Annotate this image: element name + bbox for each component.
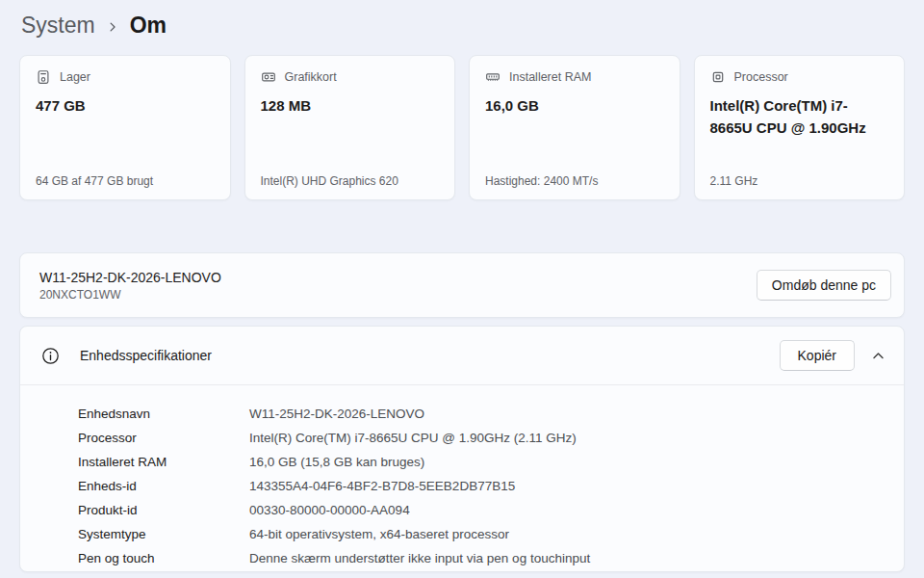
device-specifications-expander[interactable]: Enhedsspecifikationer Kopiér bbox=[20, 327, 904, 385]
spec-card: Lager 477 GB 64 GB af 477 GB brugt bbox=[19, 55, 231, 200]
breadcrumb-system[interactable]: System bbox=[21, 13, 95, 39]
info-icon bbox=[41, 347, 60, 365]
spec-card-label: Lager bbox=[60, 70, 90, 84]
settings-about-page: System Om Lager 477 GB 64 GB af 477 GB b… bbox=[0, 0, 924, 42]
spec-row-value: 64-bit operativsystem, x64-baseret proce… bbox=[249, 522, 509, 546]
spec-row-label: Enheds-id bbox=[78, 474, 249, 498]
device-model: 20NXCTO1WW bbox=[39, 288, 757, 302]
spec-card: Processor Intel(R) Core(TM) i7-8665U CPU… bbox=[694, 55, 906, 200]
spec-card-label: Grafikkort bbox=[285, 70, 337, 84]
spec-row-value: W11-25H2-DK-2026-LENOVO bbox=[249, 402, 424, 426]
spec-cards-row: Lager 477 GB 64 GB af 477 GB brugt Grafi… bbox=[19, 55, 905, 200]
spec-row-label: Produkt-id bbox=[78, 498, 249, 522]
spec-row-value: Intel(R) Core(TM) i7-8665U CPU @ 1.90GHz… bbox=[249, 426, 577, 450]
spec-row: Enheds-id 143355A4-04F6-4BF2-B7D8-5EEB2D… bbox=[78, 474, 904, 498]
specs-table: Enhedsnavn W11-25H2-DK-2026-LENOVO Proce… bbox=[20, 385, 904, 570]
cpu-icon bbox=[710, 69, 726, 85]
spec-card-header: Lager bbox=[36, 69, 215, 85]
spec-row-value: 00330-80000-00000-AA094 bbox=[249, 498, 410, 522]
page-title: Om bbox=[130, 13, 167, 39]
spec-row: Pen og touch Denne skærm understøtter ik… bbox=[78, 546, 904, 570]
spec-card-header: Processor bbox=[710, 69, 889, 85]
spec-row-label: Enhedsnavn bbox=[78, 402, 249, 426]
breadcrumb: System Om bbox=[0, 0, 924, 42]
device-name: W11-25H2-DK-2026-LENOVO bbox=[39, 270, 757, 285]
spec-card-value: Intel(R) Core(TM) i7-8665U CPU @ 1.90GHz bbox=[710, 95, 889, 139]
spec-card-header: Grafikkort bbox=[261, 69, 440, 85]
spec-card-detail: 2.11 GHz bbox=[710, 174, 758, 188]
spec-card: Installeret RAM 16,0 GB Hastighed: 2400 … bbox=[469, 55, 680, 200]
spec-row: Processor Intel(R) Core(TM) i7-8665U CPU… bbox=[78, 426, 904, 450]
spec-row: Produkt-id 00330-80000-00000-AA094 bbox=[78, 498, 904, 522]
spec-row-label: Processor bbox=[78, 426, 249, 450]
spec-card-value: 16,0 GB bbox=[485, 95, 664, 118]
spec-row-value: 143355A4-04F6-4BF2-B7D8-5EEB2DB77B15 bbox=[249, 474, 515, 498]
storage-icon bbox=[36, 69, 51, 85]
chevron-right-icon bbox=[107, 21, 118, 33]
spec-card-value: 477 GB bbox=[36, 95, 215, 118]
spec-row-value: 16,0 GB (15,8 GB kan bruges) bbox=[249, 450, 424, 474]
spec-card-detail: Intel(R) UHD Graphics 620 bbox=[261, 174, 398, 188]
spec-card: Grafikkort 128 MB Intel(R) UHD Graphics … bbox=[244, 55, 456, 200]
spec-card-detail: 64 GB af 477 GB brugt bbox=[36, 174, 153, 188]
spec-row: Enhedsnavn W11-25H2-DK-2026-LENOVO bbox=[78, 402, 904, 426]
spec-card-header: Installeret RAM bbox=[485, 69, 664, 85]
spec-row: Systemtype 64-bit operativsystem, x64-ba… bbox=[78, 522, 904, 546]
spec-row-value: Denne skærm understøtter ikke input via … bbox=[249, 546, 590, 570]
gpu-icon bbox=[261, 69, 276, 85]
rename-pc-button[interactable]: Omdøb denne pc bbox=[757, 270, 891, 301]
device-specifications-title: Enhedsspecifikationer bbox=[80, 348, 780, 363]
chevron-up-icon[interactable] bbox=[871, 349, 886, 363]
spec-card-label: Installeret RAM bbox=[509, 70, 591, 84]
device-specifications-card: Enhedsspecifikationer Kopiér Enhedsnavn … bbox=[19, 326, 905, 572]
device-name-card: W11-25H2-DK-2026-LENOVO 20NXCTO1WW Omdøb… bbox=[19, 252, 905, 318]
spec-row-label: Systemtype bbox=[78, 522, 249, 546]
spec-card-detail: Hastighed: 2400 MT/s bbox=[485, 174, 598, 188]
spec-row: Installeret RAM 16,0 GB (15,8 GB kan bru… bbox=[78, 450, 904, 474]
device-name-block: W11-25H2-DK-2026-LENOVO 20NXCTO1WW bbox=[39, 270, 757, 302]
spec-row-label: Pen og touch bbox=[78, 546, 249, 570]
spec-card-value: 128 MB bbox=[261, 95, 440, 118]
ram-icon bbox=[485, 69, 500, 85]
spec-card-label: Processor bbox=[734, 70, 788, 84]
spec-row-label: Installeret RAM bbox=[78, 450, 249, 474]
copy-button[interactable]: Kopiér bbox=[780, 340, 855, 371]
